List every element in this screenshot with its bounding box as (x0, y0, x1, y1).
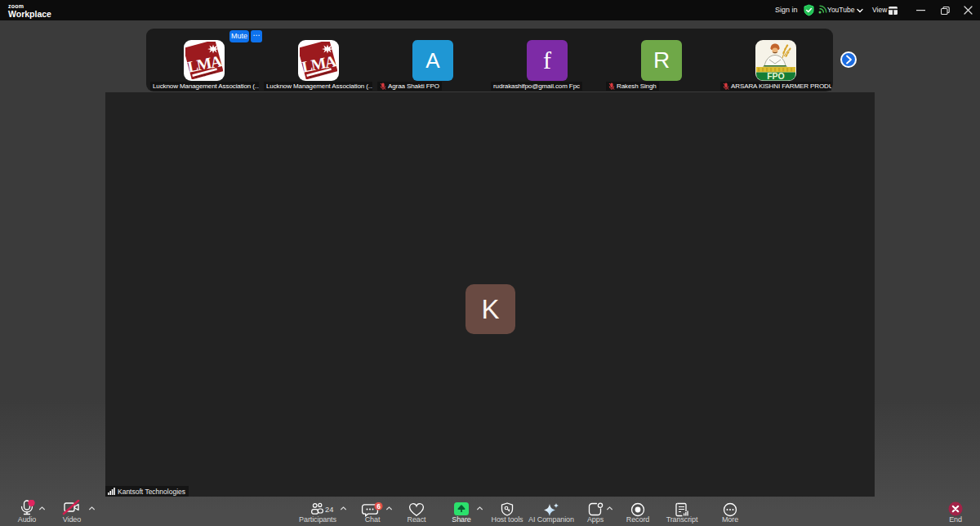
svg-text:FPO: FPO (767, 71, 785, 81)
svg-text:24: 24 (325, 506, 333, 514)
svg-text:6: 6 (376, 502, 381, 510)
